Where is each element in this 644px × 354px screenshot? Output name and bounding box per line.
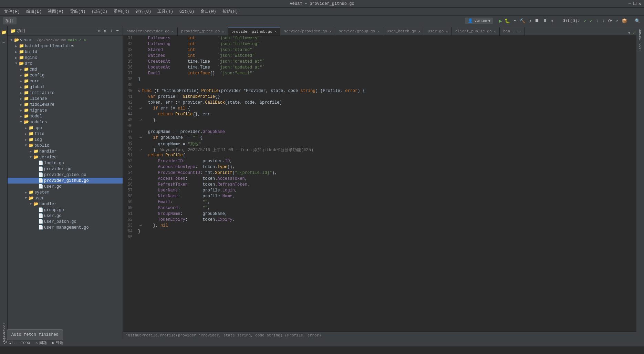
- tab-close-icon[interactable]: ✕: [446, 29, 448, 34]
- search-icon[interactable]: 🔍: [634, 18, 641, 24]
- git-push[interactable]: ↑: [595, 18, 600, 24]
- tab-close-icon[interactable]: ✕: [418, 29, 420, 34]
- pause-icon[interactable]: ⏸: [542, 18, 548, 24]
- tree-item-service[interactable]: ▼ 📂 service: [8, 154, 123, 160]
- tree-item-nginx[interactable]: ▶ 📁 nginx: [8, 55, 123, 61]
- tree-item-log[interactable]: ▶ 📁 log: [8, 137, 123, 143]
- tree-item-provider.go[interactable]: ▶ 📄 provider.go: [8, 166, 123, 172]
- tab-close-icon[interactable]: ✕: [172, 29, 174, 34]
- tree-item-modules[interactable]: ▼ 📂 modules: [8, 119, 123, 125]
- project-label[interactable]: 项目: [3, 17, 17, 24]
- tree-item-user.go-service[interactable]: ▶ 📄 user.go: [8, 184, 123, 189]
- tree-item-batchImportTemplates[interactable]: ▶ 📁 batchImportTemplates: [8, 43, 123, 49]
- close-button[interactable]: ✕: [638, 1, 641, 7]
- tree-item-build[interactable]: ▶ 📁 build: [8, 49, 123, 55]
- tree-item-migrate[interactable]: ▶ 📁 migrate: [8, 107, 123, 113]
- maximize-button[interactable]: □: [633, 1, 636, 7]
- coverage-icon[interactable]: ☂: [512, 18, 517, 24]
- menu-git[interactable]: Git(G): [177, 9, 197, 15]
- tab-client-public[interactable]: client_public.go ✕: [452, 27, 500, 35]
- tree-item-app[interactable]: ▶ 📁 app: [8, 125, 123, 131]
- menu-window[interactable]: 窗口(W): [198, 8, 219, 15]
- tree-item-system[interactable]: ▶ 📁 system: [8, 189, 123, 195]
- menu-code[interactable]: 代码(C): [89, 8, 110, 15]
- tree-item-handler-user[interactable]: ▼ 📂 handler: [8, 201, 123, 207]
- refresh-icon[interactable]: ↺: [528, 18, 532, 24]
- git-stash[interactable]: 📦: [621, 18, 628, 24]
- tab-han[interactable]: han... ✕: [500, 27, 525, 35]
- tab-more-icon[interactable]: ▼: [628, 31, 631, 35]
- tree-item-veuam[interactable]: ▼ 📂 veuam ~/go/src/veuam main / ⊘: [8, 37, 123, 43]
- project-icon[interactable]: 📁: [0, 29, 7, 36]
- minimize-button[interactable]: ─: [629, 1, 631, 7]
- menu-help[interactable]: 帮助(H): [220, 8, 241, 15]
- tree-item-middleware[interactable]: ▶ 📁 middleware: [8, 102, 123, 107]
- structure-icon[interactable]: ≡: [0, 39, 7, 45]
- tab-provider-gitee[interactable]: provider_gitee.go ✕: [178, 27, 228, 35]
- settings-icon[interactable]: ⚙: [550, 18, 554, 24]
- menu-navigate[interactable]: 导航(N): [67, 8, 89, 15]
- tree-item-model[interactable]: ▶ 📁 model: [8, 113, 123, 119]
- tab-service-group[interactable]: service/group.go ✕: [335, 27, 383, 35]
- code-editor[interactable]: 31 Followers int `json:"followers"` 32 F…: [123, 36, 636, 331]
- tree-item-file[interactable]: ▶ 📁 file: [8, 131, 123, 137]
- line-content: }: [137, 229, 636, 235]
- run-button[interactable]: ▶: [499, 18, 502, 24]
- git-history[interactable]: ⟳: [607, 18, 613, 24]
- tab-provider-github[interactable]: provider_github.go ✕: [228, 27, 280, 35]
- tree-item-public[interactable]: ▼ 📂 public: [8, 143, 123, 148]
- tree-item-login.go[interactable]: ▶ 📄 login.go: [8, 160, 123, 166]
- tree-item-license[interactable]: ▶ 📁 license: [8, 96, 123, 102]
- menu-file[interactable]: 文件(F): [1, 8, 23, 15]
- tree-item-core[interactable]: ▶ 📁 core: [8, 78, 123, 84]
- git-check1[interactable]: ✓: [583, 18, 588, 24]
- veuam-selector[interactable]: 👤 veuam ▼: [465, 18, 493, 24]
- bottom-terminal[interactable]: ▶ 终端: [52, 340, 64, 345]
- git-check2[interactable]: ✓: [589, 18, 594, 24]
- sidebar-close-btn[interactable]: −: [115, 28, 120, 33]
- tab-close-icon[interactable]: ✕: [377, 29, 380, 34]
- debug-icon[interactable]: 🐛: [503, 18, 511, 24]
- sidebar-collapse-btn[interactable]: ↕: [109, 28, 114, 33]
- tree-item-cmd[interactable]: ▶ 📁 cmd: [8, 66, 123, 72]
- bottom-git[interactable]: ⎇ Git: [3, 341, 15, 345]
- tree-item-config[interactable]: ▶ 📁 config: [8, 72, 123, 78]
- sidebar-settings-btn[interactable]: ⚙: [97, 28, 102, 34]
- bookmark-icon[interactable]: Bookmarks: [0, 329, 7, 336]
- right-panel-label[interactable]: Json Parser: [638, 29, 642, 52]
- tab-service-provider[interactable]: service/provider.go ✕: [280, 27, 335, 35]
- tree-item-global[interactable]: ▶ 📁 global: [8, 84, 123, 90]
- tree-item-user_batch.go[interactable]: ▶ 📄 user_batch.go: [8, 219, 123, 225]
- toolbar: 项目 👤 veuam ▼ ▶ 🐛 ☂ 🔨 ↺ ⏹ ⏸ ⚙ Git(G): ✓ ✓…: [0, 16, 644, 26]
- window-controls[interactable]: ─ □ ✕: [629, 1, 641, 7]
- tree-item-group.go[interactable]: ▶ 📄 group.go: [8, 207, 123, 213]
- tree-item-initialize[interactable]: ▶ 📁 initialize: [8, 90, 123, 96]
- menu-edit[interactable]: 编辑(E): [23, 8, 45, 15]
- tab-close-icon[interactable]: ✕: [494, 29, 496, 34]
- menu-refactor[interactable]: 重构(R): [111, 8, 132, 15]
- bottom-problems[interactable]: ⚠ 问题: [35, 340, 47, 345]
- menu-tools[interactable]: 工具(T): [155, 8, 176, 15]
- git-revert[interactable]: ↩: [614, 18, 619, 24]
- sidebar-expand-btn[interactable]: ⇅: [103, 28, 108, 34]
- tab-close-icon[interactable]: ✕: [222, 29, 224, 34]
- tree-item-user-folder[interactable]: ▼ 📂 user: [8, 195, 123, 201]
- build-icon[interactable]: 🔨: [519, 18, 526, 24]
- tree-item-provider_github.go[interactable]: ▶ 📄 provider_github.go: [8, 178, 123, 184]
- tree-item-user-handler.go[interactable]: ▶ 📄 user.go: [8, 213, 123, 219]
- tab-user-batch[interactable]: user_batch.go ✕: [383, 27, 424, 35]
- menu-view[interactable]: 视图(V): [45, 8, 66, 15]
- menu-run[interactable]: 运行(U): [133, 8, 154, 15]
- bottom-todo[interactable]: TODO: [21, 341, 30, 345]
- tree-item-src[interactable]: ▼ 📂 src: [8, 61, 123, 66]
- tree-item-provider_gitee.go[interactable]: ▶ 📄 provider_gitee.go: [8, 172, 123, 178]
- tab-handler-provider[interactable]: handler/provider.go ✕: [123, 27, 178, 35]
- stop-icon[interactable]: ⏹: [534, 18, 540, 24]
- tab-close-icon[interactable]: ✕: [519, 29, 521, 34]
- git-pull[interactable]: ↓: [601, 18, 606, 24]
- tab-user-go[interactable]: user.go ✕: [424, 27, 452, 35]
- tab-close-icon[interactable]: ✕: [329, 29, 332, 34]
- tree-item-user_management.go[interactable]: ▶ 📄 user_management.go: [8, 225, 123, 230]
- tree-item-handler-pub[interactable]: ▶ 📁 handler: [8, 148, 123, 154]
- tab-close-icon[interactable]: ✕: [274, 29, 277, 34]
